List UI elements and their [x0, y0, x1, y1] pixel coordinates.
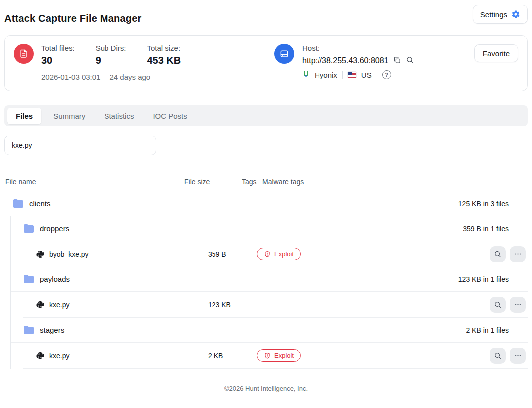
ellipsis-icon — [514, 352, 522, 359]
stat-item: Total files:30 — [41, 44, 75, 66]
file-more-options-button[interactable] — [510, 348, 526, 364]
settings-button[interactable]: Settings — [473, 5, 528, 24]
file-row: kxe.py2 KBExploit — [23, 343, 528, 369]
copyright-text: ©2026 Hunt Intelligence, Inc. — [224, 385, 308, 392]
shield-alert-icon — [264, 352, 271, 359]
stat-label: Sub Dirs: — [96, 44, 126, 52]
stat-item: Sub Dirs:9 — [96, 44, 126, 66]
folder-name: clients — [29, 199, 51, 208]
shield-alert-icon — [264, 251, 271, 258]
row-actions — [490, 348, 528, 364]
capture-age: 24 days ago — [109, 73, 150, 81]
column-header-file-name: File name — [4, 172, 177, 191]
stat-item: Total size:453 KB — [147, 44, 181, 66]
tab-statistics[interactable]: Statistics — [97, 108, 141, 124]
search-host-button[interactable] — [406, 56, 414, 66]
settings-button-label: Settings — [480, 10, 507, 19]
host-provider: Hyonix — [315, 71, 337, 79]
row-actions — [490, 246, 528, 262]
folder-group: droppers359 B in 1 filesbyob_kxe.py359 B… — [10, 216, 528, 369]
stat-value: 9 — [96, 55, 126, 66]
file-name: kxe.py — [49, 301, 69, 309]
folder-size-summary: 125 KB in 3 files — [458, 200, 528, 208]
favorite-button[interactable]: Favorite — [474, 44, 518, 62]
meta-divider — [342, 71, 343, 79]
file-size: 2 KB — [208, 352, 257, 360]
tab-summary[interactable]: Summary — [46, 108, 92, 124]
python-file-icon — [36, 352, 44, 360]
folder-icon — [13, 199, 23, 208]
folder-row[interactable]: stagers2 KB in 1 files — [11, 318, 528, 343]
folder-row[interactable]: clients125 KB in 3 files — [4, 191, 528, 216]
file-row: kxe.py123 KB — [23, 292, 528, 318]
host-country: US — [361, 71, 372, 79]
card-divider — [263, 44, 263, 83]
file-size: 359 B — [208, 250, 257, 258]
capture-stats-section: Total files:30Sub Dirs:9Total size:453 K… — [14, 44, 263, 83]
file-table: File name File size Tags Malware tags cl… — [4, 172, 528, 369]
search-wrap — [4, 136, 528, 155]
stat-label: Total size: — [147, 44, 181, 52]
stats-group: Total files:30Sub Dirs:9Total size:453 K… — [41, 44, 181, 66]
tag-label: Exploit — [274, 250, 294, 258]
page-title: Attack Capture File Manager — [4, 13, 141, 24]
folder-row[interactable]: payloads123 KB in 1 files — [11, 267, 528, 292]
file-size: 123 KB — [208, 301, 257, 309]
file-name: kxe.py — [49, 352, 69, 360]
tab-ioc-posts[interactable]: IOC Posts — [146, 108, 194, 124]
gear-icon — [511, 10, 520, 19]
file-tags-cell: Exploit — [257, 248, 301, 260]
help-button[interactable]: ? — [382, 70, 391, 79]
magnifier-icon — [494, 352, 502, 360]
file-stats-icon — [14, 44, 34, 64]
folder-size-summary: 359 B in 1 files — [463, 225, 528, 233]
date-divider — [105, 73, 105, 81]
folder-name: droppers — [40, 224, 69, 233]
column-header-tags: Tags — [242, 178, 262, 186]
ellipsis-icon — [514, 301, 522, 308]
hyonix-logo-icon — [302, 70, 310, 79]
row-actions — [490, 297, 528, 313]
attack-capture-page: Attack Capture File Manager Settings Tot… — [0, 0, 532, 398]
file-more-options-button[interactable] — [510, 297, 526, 313]
tab-files[interactable]: Files — [7, 108, 41, 124]
file-preview-button[interactable] — [490, 348, 506, 364]
folder-group: kxe.py123 KB — [23, 292, 528, 318]
top-bar: Attack Capture File Manager Settings — [4, 0, 528, 24]
search-icon — [406, 56, 414, 66]
folder-size-summary: 2 KB in 1 files — [466, 326, 528, 334]
file-preview-button[interactable] — [490, 297, 506, 313]
us-flag-icon — [348, 72, 356, 78]
tab-bar: FilesSummaryStatisticsIOC Posts — [4, 105, 528, 126]
ellipsis-icon — [514, 250, 522, 258]
host-url: http://38.255.43.60:8081 — [302, 56, 388, 65]
file-search-input[interactable] — [4, 136, 156, 155]
file-more-options-button[interactable] — [510, 246, 526, 262]
host-label: Host: — [302, 44, 414, 52]
capture-date-row: 2026-01-03 03:01 24 days ago — [41, 73, 263, 81]
stat-value: 453 KB — [147, 55, 181, 66]
folder-icon — [24, 326, 34, 334]
host-info: Host: http://38.255.43.60:8081 — [302, 44, 414, 83]
column-header-file-size: File size — [177, 178, 242, 186]
meta-divider — [377, 71, 377, 79]
tag-label: Exploit — [274, 352, 294, 359]
python-file-icon — [36, 301, 44, 309]
file-preview-button[interactable] — [490, 246, 506, 262]
magnifier-icon — [494, 301, 502, 309]
magnifier-icon — [494, 250, 502, 258]
file-row: byob_kxe.py359 BExploit — [23, 241, 528, 267]
file-name-cell: kxe.py — [36, 352, 208, 360]
file-tags-cell: Exploit — [257, 349, 301, 362]
column-header-malware-tags: Malware tags — [262, 178, 304, 186]
file-name-cell: byob_kxe.py — [36, 250, 208, 258]
tag-badge: Exploit — [257, 349, 301, 362]
host-icon — [274, 44, 294, 64]
file-name-cell: kxe.py — [36, 301, 208, 309]
folder-group: kxe.py2 KBExploit — [23, 343, 528, 369]
help-icon: ? — [382, 70, 391, 79]
folder-row[interactable]: droppers359 B in 1 files — [11, 216, 528, 241]
folder-size-summary: 123 KB in 1 files — [458, 275, 528, 283]
folder-name: stagers — [40, 326, 64, 334]
copy-url-button[interactable] — [393, 56, 401, 66]
